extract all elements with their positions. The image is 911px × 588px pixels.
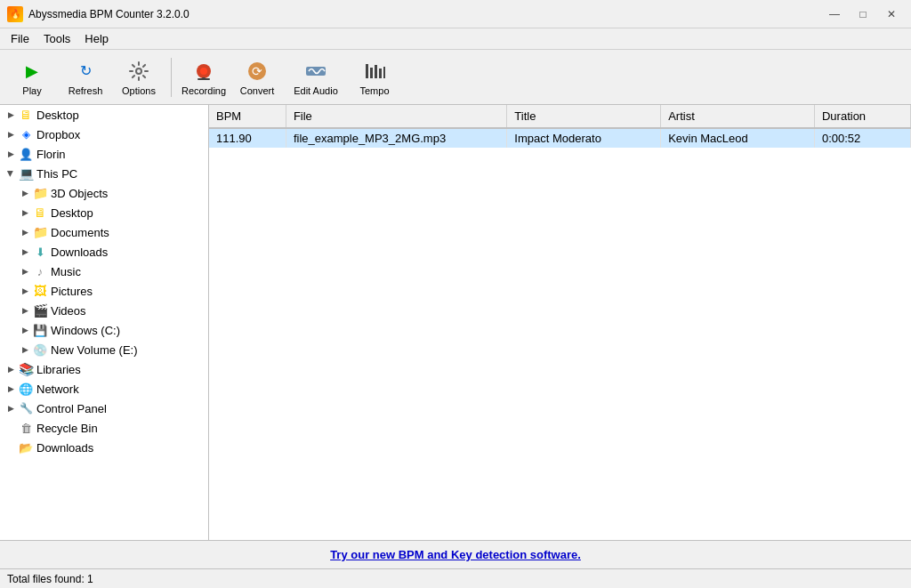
- svg-rect-11: [379, 68, 382, 78]
- menu-help[interactable]: Help: [77, 30, 116, 47]
- arrow-dl: ▶: [18, 245, 32, 259]
- refresh-button[interactable]: ↻ Refresh: [60, 54, 110, 101]
- col-header-bpm[interactable]: BPM: [209, 105, 286, 128]
- sidebar-item-new-volume[interactable]: ▶ 💿 New Volume (E:): [0, 340, 208, 359]
- table-row[interactable]: 111.90 file_example_MP3_2MG.mp3 Impact M…: [209, 128, 911, 148]
- refresh-label: Refresh: [69, 85, 103, 96]
- toolbar-separator-1: [171, 58, 172, 97]
- menu-file[interactable]: File: [4, 30, 36, 47]
- col-header-file[interactable]: File: [286, 105, 506, 128]
- play-label: Play: [22, 85, 41, 96]
- recording-button[interactable]: Recording: [179, 54, 229, 101]
- toolbar: ▶ Play ↻ Refresh Options Recording: [0, 50, 911, 105]
- arrow-florin: ▶: [4, 147, 18, 161]
- main-content: ▶ 🖥 Desktop ▶ ◈ Dropbox ▶ 👤 Florin ▶ 💻 T…: [0, 105, 911, 540]
- sidebar-item-network[interactable]: ▶ 🌐 Network: [0, 379, 208, 399]
- title-bar-controls: — □ ✕: [822, 4, 904, 24]
- svg-rect-12: [383, 67, 385, 78]
- arrow-win-c: ▶: [18, 323, 32, 337]
- col-header-artist[interactable]: Artist: [661, 105, 815, 128]
- folder-icon-downloads-root: 📂: [18, 439, 34, 455]
- label-libraries: Libraries: [36, 363, 81, 376]
- folder-icon-downloads: ⬇: [32, 244, 48, 260]
- sidebar-item-florin[interactable]: ▶ 👤 Florin: [0, 144, 208, 164]
- col-header-duration[interactable]: Duration: [814, 105, 910, 128]
- refresh-icon: ↻: [73, 59, 98, 84]
- recording-label: Recording: [181, 85, 226, 96]
- arrow-cp: ▶: [4, 401, 18, 415]
- file-panel: BPM File Title Artist Duration 111.90 fi…: [209, 105, 911, 540]
- pc-icon: 💻: [18, 165, 34, 181]
- arrow-this-pc: ▶: [4, 166, 18, 181]
- table-header-row: BPM File Title Artist Duration: [209, 105, 911, 128]
- folder-icon-desktop-sub: 🖥: [32, 205, 48, 221]
- convert-label: Convert: [240, 85, 275, 96]
- svg-rect-8: [366, 64, 368, 78]
- arrow-music: ▶: [18, 264, 32, 278]
- label-downloads-root: Downloads: [36, 441, 93, 455]
- folder-icon-pics: 🖼: [32, 283, 48, 299]
- label-new-volume: New Volume (E:): [51, 343, 138, 357]
- dropbox-icon: ◈: [18, 126, 34, 142]
- folder-icon-3d: 📁: [32, 185, 48, 201]
- options-icon: [126, 59, 151, 84]
- sidebar-item-3d-objects[interactable]: ▶ 📁 3D Objects: [0, 183, 208, 203]
- label-windows-c: Windows (C:): [51, 324, 120, 337]
- options-label: Options: [122, 85, 156, 96]
- menu-tools[interactable]: Tools: [36, 30, 77, 47]
- svg-point-2: [200, 68, 207, 75]
- arrow-libs: ▶: [4, 362, 18, 376]
- minimize-button[interactable]: —: [822, 4, 847, 24]
- label-this-pc: This PC: [36, 167, 77, 181]
- network-icon: 🌐: [18, 381, 34, 397]
- sidebar-item-dropbox[interactable]: ▶ ◈ Dropbox: [0, 125, 208, 144]
- menu-bar: File Tools Help: [0, 28, 911, 50]
- tempo-icon: [362, 59, 387, 84]
- status-text: Total files found: 1: [7, 573, 93, 585]
- promo-link[interactable]: Try our new BPM and Key detection softwa…: [330, 548, 581, 561]
- folder-icon-docs: 📁: [32, 224, 48, 240]
- svg-point-0: [136, 68, 141, 74]
- svg-rect-9: [370, 68, 373, 78]
- sidebar-item-pictures[interactable]: ▶ 🖼 Pictures: [0, 281, 208, 301]
- cell-bpm: 111.90: [209, 128, 286, 148]
- arrow-pics: ▶: [18, 284, 32, 298]
- sidebar-item-videos[interactable]: ▶ 🎬 Videos: [0, 301, 208, 320]
- col-header-title[interactable]: Title: [507, 105, 661, 128]
- app-icon: 🔥: [7, 6, 23, 22]
- sidebar-item-documents[interactable]: ▶ 📁 Documents: [0, 222, 208, 242]
- sidebar-item-libraries[interactable]: ▶ 📚 Libraries: [0, 359, 208, 379]
- sidebar-item-desktop[interactable]: ▶ 🖥 Desktop: [0, 105, 208, 125]
- arrow-vol-e: ▶: [18, 342, 32, 357]
- sidebar-item-downloads-root[interactable]: ▶ 📂 Downloads: [0, 438, 208, 457]
- maximize-button[interactable]: □: [851, 4, 875, 24]
- play-button[interactable]: ▶ Play: [7, 54, 57, 101]
- cell-file: file_example_MP3_2MG.mp3: [286, 128, 506, 148]
- convert-button[interactable]: ⟳ Convert: [232, 54, 282, 101]
- arrow-network: ▶: [4, 382, 18, 396]
- options-button[interactable]: Options: [114, 54, 164, 101]
- label-control-panel: Control Panel: [36, 402, 107, 415]
- sidebar-item-this-pc[interactable]: ▶ 💻 This PC: [0, 164, 208, 183]
- sidebar-item-windows-c[interactable]: ▶ 💾 Windows (C:): [0, 320, 208, 340]
- edit-audio-button[interactable]: Edit Audio: [286, 54, 346, 101]
- close-button[interactable]: ✕: [879, 4, 904, 24]
- cell-title: Impact Moderato: [507, 128, 661, 148]
- svg-text:⟳: ⟳: [252, 64, 262, 78]
- sidebar-item-control-panel[interactable]: ▶ 🔧 Control Panel: [0, 399, 208, 418]
- sidebar-item-desktop-sub[interactable]: ▶ 🖥 Desktop: [0, 203, 208, 222]
- arrow-3d: ▶: [18, 186, 32, 200]
- sidebar-item-downloads-sub[interactable]: ▶ ⬇ Downloads: [0, 242, 208, 262]
- file-table: BPM File Title Artist Duration 111.90 fi…: [209, 105, 911, 148]
- arrow-dropbox: ▶: [4, 127, 18, 141]
- svg-rect-10: [375, 65, 377, 78]
- tempo-button[interactable]: Tempo: [350, 54, 399, 101]
- arrow-docs: ▶: [18, 225, 32, 239]
- label-pictures: Pictures: [51, 285, 93, 298]
- label-videos: Videos: [51, 304, 86, 318]
- label-desktop-sub: Desktop: [51, 206, 93, 220]
- sidebar-item-music[interactable]: ▶ ♪ Music: [0, 262, 208, 281]
- sidebar-item-recycle-bin[interactable]: ▶ 🗑 Recycle Bin: [0, 418, 208, 438]
- convert-icon: ⟳: [245, 59, 270, 84]
- cp-icon: 🔧: [18, 400, 34, 416]
